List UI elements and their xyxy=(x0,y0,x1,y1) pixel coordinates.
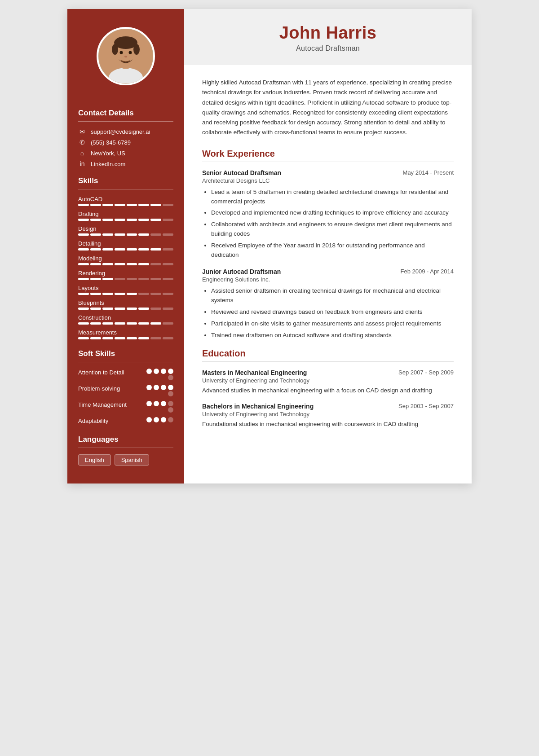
skill-dot xyxy=(168,401,173,406)
skill-segment xyxy=(150,293,161,295)
edu-degree: Bachelors in Mechanical Engineering xyxy=(202,403,314,410)
svg-point-6 xyxy=(133,44,140,55)
job-bullets: Assisted senior draftsmen in creating te… xyxy=(202,286,454,340)
work-experience-title: Work Experience xyxy=(202,149,454,159)
soft-skill-item: Time Management xyxy=(78,401,173,413)
job-title: Senior Autocad Draftsman xyxy=(202,169,281,176)
skill-segment xyxy=(150,233,161,236)
job-bullet: Participated in on-site visits to gather… xyxy=(211,319,454,329)
skill-segment xyxy=(150,322,161,325)
skill-segment xyxy=(163,278,173,280)
skill-segment xyxy=(138,308,149,310)
soft-skill-name: Time Management xyxy=(78,401,143,409)
skill-dot xyxy=(154,369,159,374)
email-icon: ✉ xyxy=(78,128,86,135)
svg-point-9 xyxy=(124,56,127,57)
skill-segment xyxy=(102,322,113,325)
skill-segment xyxy=(163,204,173,206)
skill-segment xyxy=(102,337,113,339)
education-entry: Bachelors in Mechanical EngineeringSep 2… xyxy=(202,403,454,429)
skill-segment xyxy=(115,322,125,325)
skill-segment xyxy=(78,248,89,251)
skill-segment xyxy=(90,263,101,265)
skill-dot xyxy=(168,391,173,396)
skill-segment xyxy=(127,204,137,206)
skill-name: Design xyxy=(78,225,173,232)
skill-bars xyxy=(78,337,173,339)
skill-segment xyxy=(138,278,149,280)
skill-segment xyxy=(90,278,101,280)
skill-item: Modeling xyxy=(78,255,173,265)
skill-bars xyxy=(78,219,173,221)
skill-segment xyxy=(150,278,161,280)
skill-item: Design xyxy=(78,225,173,236)
skill-bars xyxy=(78,293,173,295)
skill-item: Layouts xyxy=(78,285,173,295)
main-content: John Harris Autocad Draftsman Highly ski… xyxy=(184,9,472,483)
skill-segment xyxy=(78,219,89,221)
location-icon: ⌂ xyxy=(78,149,86,157)
job-bullets: Lead a team of 5 draftsmen in creating d… xyxy=(202,188,454,260)
dots-row xyxy=(146,417,173,422)
edu-institution: University of Engineering and Technology xyxy=(202,377,454,384)
skill-segment xyxy=(78,263,89,265)
skills-title: Skills xyxy=(78,176,173,185)
contact-linkedin: in LinkedIn.com xyxy=(78,160,173,167)
skill-bars xyxy=(78,278,173,280)
skill-segment xyxy=(138,263,149,265)
skill-segment xyxy=(102,248,113,251)
job-bullet: Trained new draftsmen on Autocad softwar… xyxy=(211,331,454,340)
job-bullet: Developed and implemented new drafting t… xyxy=(211,208,454,218)
avatar xyxy=(97,27,155,85)
skill-dot xyxy=(146,401,152,406)
skill-segment xyxy=(102,278,113,280)
contact-location: ⌂ NewYork, US xyxy=(78,149,173,157)
skill-segment xyxy=(90,219,101,221)
skill-segment xyxy=(163,233,173,236)
skill-segment xyxy=(127,293,137,295)
skill-segment xyxy=(163,337,173,339)
job-header: Senior Autocad DraftsmanMay 2014 - Prese… xyxy=(202,169,454,176)
job-bullet: Collaborated with architects and enginee… xyxy=(211,220,454,239)
skill-segment xyxy=(90,233,101,236)
svg-point-5 xyxy=(112,44,118,55)
edu-institution: University of Engineering and Technology xyxy=(202,411,454,418)
skill-segment xyxy=(127,233,137,236)
header-section: John Harris Autocad Draftsman xyxy=(184,9,472,65)
skill-segment xyxy=(163,219,173,221)
skill-bars xyxy=(78,308,173,310)
phone-icon: ✆ xyxy=(78,139,86,146)
skill-segment xyxy=(127,219,137,221)
skill-segment xyxy=(102,204,113,206)
skill-dot xyxy=(161,369,166,374)
job-bullet: Reviewed and revised drawings based on f… xyxy=(211,308,454,317)
skill-segment xyxy=(127,322,137,325)
dots-row xyxy=(146,401,173,406)
skill-segment xyxy=(150,248,161,251)
skill-name: Measurements xyxy=(78,329,173,336)
job-company: Architectural Designs LLC xyxy=(202,177,454,184)
soft-skill-item: Attention to Detail xyxy=(78,369,173,380)
skill-dot xyxy=(146,417,152,422)
skill-segment xyxy=(150,204,161,206)
job-entry: Junior Autocad DraftsmanFeb 2009 - Apr 2… xyxy=(202,268,454,340)
skill-segment xyxy=(90,204,101,206)
contact-phone: ✆ (555) 345-6789 xyxy=(78,139,173,146)
skill-segment xyxy=(78,308,89,310)
skill-segment xyxy=(115,337,125,339)
skill-segment xyxy=(127,308,137,310)
skill-segment xyxy=(102,293,113,295)
skill-segment xyxy=(115,278,125,280)
job-title: Junior Autocad Draftsman xyxy=(202,268,281,275)
skill-segment xyxy=(150,308,161,310)
skill-dot xyxy=(168,417,173,422)
skill-segment xyxy=(138,248,149,251)
edu-dates: Sep 2003 - Sep 2007 xyxy=(398,403,454,409)
skill-item: AutoCAD xyxy=(78,196,173,206)
skill-segment xyxy=(150,219,161,221)
language-tag: Spanish xyxy=(115,454,149,466)
skill-item: Construction xyxy=(78,314,173,325)
skill-dot xyxy=(168,375,173,380)
skill-item: Detailing xyxy=(78,240,173,251)
skill-segment xyxy=(138,322,149,325)
